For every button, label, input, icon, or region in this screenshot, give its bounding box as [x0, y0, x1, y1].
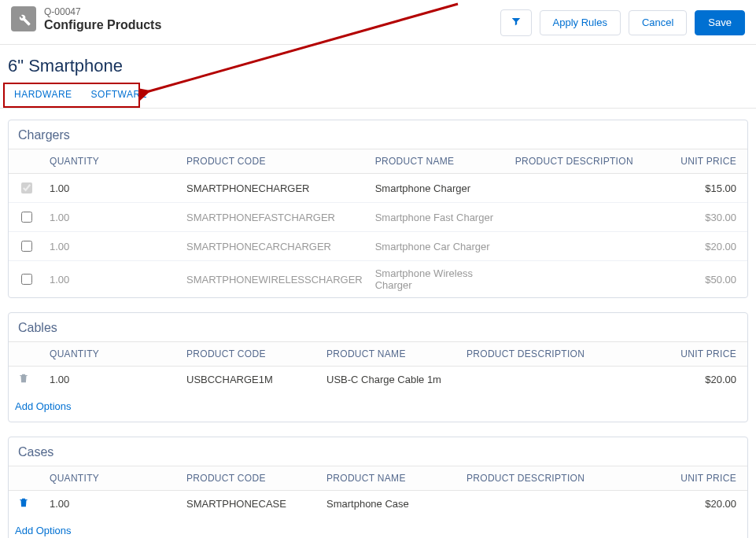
- quantity-cell: 1.00: [43, 232, 180, 261]
- option-table: QUANTITYPRODUCT CODEPRODUCT NAMEPRODUCT …: [9, 149, 747, 297]
- table-row: 1.00SMARTPHONECARCHARGERSmartphone Car C…: [9, 232, 747, 261]
- desc-cell: [509, 174, 653, 203]
- page-title: Configure Products: [44, 17, 161, 33]
- wrench-icon: [11, 6, 36, 31]
- desc-cell: [460, 367, 653, 393]
- table-row: 1.00SMARTPHONEFASTCHARGERSmartphone Fast…: [9, 203, 747, 232]
- apply-rules-button[interactable]: Apply Rules: [540, 10, 621, 35]
- column-header: PRODUCT DESCRIPTION: [509, 149, 653, 174]
- price-cell: $50.00: [653, 261, 747, 298]
- column-header: UNIT PRICE: [653, 466, 747, 491]
- desc-cell: [509, 232, 653, 261]
- section-title: Chargers: [9, 120, 747, 149]
- code-cell: SMARTPHONECHARGER: [180, 174, 369, 203]
- name-cell: Smartphone Case: [320, 491, 460, 518]
- quantity-cell: 1.00: [43, 174, 180, 203]
- column-header: PRODUCT NAME: [320, 466, 460, 491]
- column-header: PRODUCT DESCRIPTION: [460, 466, 653, 491]
- code-cell: USBCCHARGE1M: [180, 367, 320, 393]
- funnel-icon: [511, 16, 522, 27]
- quantity-cell: 1.00: [43, 491, 180, 518]
- header-actions: Apply Rules Cancel Save: [500, 6, 745, 36]
- record-id: Q-00047: [44, 6, 161, 17]
- table-row: 1.00USBCCHARGE1MUSB-C Charge Cable 1m$20…: [9, 367, 747, 393]
- product-title: 6" Smartphone: [0, 45, 756, 81]
- header-left: Q-00047 Configure Products: [11, 6, 161, 33]
- code-cell: SMARTPHONECARCHARGER: [180, 232, 369, 261]
- desc-cell: [509, 261, 653, 298]
- desc-cell: [509, 203, 653, 232]
- table-row: 1.00SMARTPHONEWIRELESSCHARGERSmartphone …: [9, 261, 747, 298]
- price-cell: $15.00: [653, 174, 747, 203]
- select-option-checkbox[interactable]: [21, 241, 32, 252]
- column-header: PRODUCT NAME: [369, 149, 509, 174]
- section-panel: ChargersQUANTITYPRODUCT CODEPRODUCT NAME…: [8, 120, 748, 298]
- column-header: [9, 149, 43, 174]
- name-cell: Smartphone Car Charger: [369, 232, 509, 261]
- header-titles: Q-00047 Configure Products: [44, 6, 161, 33]
- trash-icon[interactable]: [18, 499, 29, 510]
- tabs-container: HARDWARE SOFTWARE: [0, 81, 756, 109]
- name-cell: USB-C Charge Cable 1m: [320, 367, 460, 393]
- section-panel: CablesQUANTITYPRODUCT CODEPRODUCT NAMEPR…: [8, 312, 748, 422]
- name-cell: Smartphone Wireless Charger: [369, 261, 509, 298]
- option-table: QUANTITYPRODUCT CODEPRODUCT NAMEPRODUCT …: [9, 341, 747, 392]
- column-header: PRODUCT NAME: [320, 342, 460, 367]
- section-panel: CasesQUANTITYPRODUCT CODEPRODUCT NAMEPRO…: [8, 437, 748, 538]
- select-option-checkbox[interactable]: [21, 212, 32, 223]
- filter-button[interactable]: [500, 9, 532, 36]
- trash-icon[interactable]: [18, 374, 29, 386]
- column-header: QUANTITY: [43, 466, 180, 491]
- column-header: PRODUCT CODE: [180, 342, 320, 367]
- tab-software[interactable]: SOFTWARE: [82, 81, 157, 108]
- code-cell: SMARTPHONEWIRELESSCHARGER: [180, 261, 369, 298]
- save-button[interactable]: Save: [695, 10, 745, 35]
- table-row: 1.00SMARTPHONECHARGERSmartphone Charger$…: [9, 174, 747, 203]
- desc-cell: [460, 491, 653, 518]
- quantity-cell: 1.00: [43, 261, 180, 298]
- price-cell: $20.00: [653, 491, 747, 518]
- name-cell: Smartphone Fast Charger: [369, 203, 509, 232]
- table-row: 1.00SMARTPHONECASESmartphone Case$20.00: [9, 491, 747, 518]
- column-header: UNIT PRICE: [653, 342, 747, 367]
- add-options-link[interactable]: Add Options: [9, 392, 747, 422]
- page-header: Q-00047 Configure Products Apply Rules C…: [0, 0, 756, 45]
- name-cell: Smartphone Charger: [369, 174, 509, 203]
- cancel-button[interactable]: Cancel: [629, 10, 687, 35]
- column-header: PRODUCT DESCRIPTION: [460, 342, 653, 367]
- section-title: Cases: [9, 437, 747, 466]
- column-header: UNIT PRICE: [653, 149, 747, 174]
- quantity-cell: 1.00: [43, 367, 180, 393]
- select-option-checkbox: [21, 182, 32, 193]
- add-options-link[interactable]: Add Options: [9, 517, 747, 538]
- price-cell: $20.00: [653, 232, 747, 261]
- column-header: PRODUCT CODE: [180, 466, 320, 491]
- section-title: Cables: [9, 313, 747, 341]
- column-header: QUANTITY: [43, 149, 180, 174]
- option-table: QUANTITYPRODUCT CODEPRODUCT NAMEPRODUCT …: [9, 466, 747, 517]
- code-cell: SMARTPHONEFASTCHARGER: [180, 203, 369, 232]
- column-header: [9, 466, 43, 491]
- price-cell: $20.00: [653, 367, 747, 393]
- content: ChargersQUANTITYPRODUCT CODEPRODUCT NAME…: [0, 109, 756, 538]
- quantity-cell: 1.00: [43, 203, 180, 232]
- tabs: HARDWARE SOFTWARE: [5, 81, 751, 108]
- column-header: QUANTITY: [43, 342, 180, 367]
- price-cell: $30.00: [653, 203, 747, 232]
- column-header: PRODUCT CODE: [180, 149, 369, 174]
- code-cell: SMARTPHONECASE: [180, 491, 320, 518]
- column-header: [9, 342, 43, 367]
- tab-hardware[interactable]: HARDWARE: [5, 81, 82, 108]
- select-option-checkbox[interactable]: [21, 274, 32, 285]
